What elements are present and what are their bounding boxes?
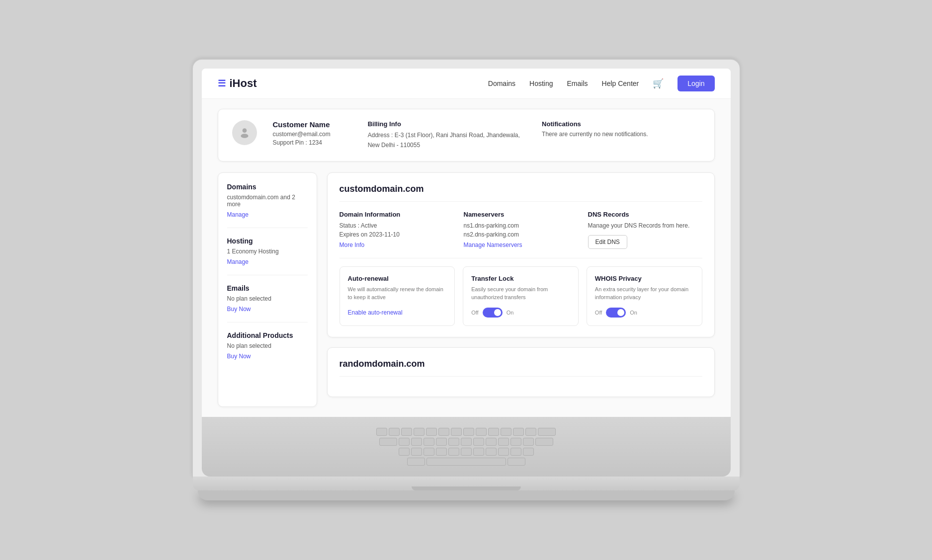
key: [448, 438, 459, 446]
main-content: Customer Name customer@email.com Support…: [202, 99, 731, 416]
domain-content: customdomain.com Domain Information Stat…: [327, 172, 715, 407]
key: [424, 448, 434, 456]
customer-card: Customer Name customer@email.com Support…: [218, 109, 715, 161]
key: [376, 428, 387, 436]
billing-title: Billing Info: [368, 120, 526, 128]
sidebar-additional-label: Additional Products: [227, 331, 308, 339]
domain1-features: Auto-renewal We will automatically renew…: [339, 258, 702, 326]
key: [399, 438, 410, 446]
domain1-status: Status : Active: [339, 222, 454, 229]
sidebar-hosting: Hosting 1 Economy Hosting Manage: [227, 237, 308, 275]
key: [424, 438, 434, 446]
sidebar-hosting-manage[interactable]: Manage: [227, 258, 249, 265]
auto-renewal-card: Auto-renewal We will automatically renew…: [339, 266, 455, 326]
key: [407, 458, 425, 466]
sidebar-emails: Emails No plan selected Buy Now: [227, 284, 308, 322]
customer-info: Customer Name customer@email.com Support…: [273, 120, 352, 146]
logo: ☰ iHost: [218, 77, 257, 90]
key: [414, 428, 424, 436]
key: [411, 448, 422, 456]
transfer-lock-card: Transfer Lock Easily secure your domain …: [463, 266, 579, 326]
key: [538, 428, 556, 436]
customer-name: Customer Name: [273, 120, 352, 129]
key: [525, 428, 536, 436]
auto-renewal-title: Auto-renewal: [348, 275, 447, 282]
domain1-info: Domain Information Status : Active Expir…: [339, 211, 454, 249]
notifications-text: There are currently no new notifications…: [542, 131, 700, 138]
key: [411, 438, 422, 446]
key: [523, 438, 534, 446]
whois-toggle-row: Off On: [595, 308, 694, 318]
nameservers-title: Nameservers: [464, 211, 578, 218]
whois-off-label: Off: [595, 310, 602, 316]
key: [488, 428, 499, 436]
sidebar-additional-value: No plan selected: [227, 342, 308, 349]
ns1: ns1.dns-parking.com: [464, 222, 578, 229]
dns-title: DNS Records: [588, 211, 702, 218]
customer-email: customer@email.com: [273, 131, 352, 138]
key: [436, 438, 447, 446]
enable-auto-renewal[interactable]: Enable auto-renewal: [348, 309, 403, 316]
key: [473, 448, 484, 456]
transfer-lock-toggle-row: Off On: [471, 308, 570, 318]
nameservers-col: Nameservers ns1.dns-parking.com ns2.dns-…: [464, 211, 578, 249]
login-button[interactable]: Login: [678, 76, 714, 91]
sidebar-emails-buy[interactable]: Buy Now: [227, 306, 251, 313]
ns2: ns2.dns-parking.com: [464, 231, 578, 238]
space-key: [426, 458, 506, 466]
whois-on-label: On: [630, 310, 637, 316]
key: [510, 438, 521, 446]
sidebar-additional-buy[interactable]: Buy Now: [227, 353, 251, 360]
billing-info: Billing Info Address : E-3 (1st Floor), …: [368, 120, 526, 150]
domain2-name: randomdomain.com: [339, 359, 702, 377]
sidebar-hosting-label: Hosting: [227, 237, 308, 245]
key: [513, 428, 524, 436]
sidebar-emails-label: Emails: [227, 284, 308, 292]
sidebar: Domains customdomain.com and 2 more Mana…: [218, 172, 317, 407]
edit-dns-button[interactable]: Edit DNS: [588, 235, 627, 249]
dashboard-layout: Domains customdomain.com and 2 more Mana…: [218, 172, 715, 407]
key: [399, 448, 410, 456]
nav-links: Domains Hosting Emails Help Center 🛒 Log…: [488, 76, 715, 91]
key: [461, 438, 472, 446]
key: [426, 428, 437, 436]
nav-domains[interactable]: Domains: [488, 80, 515, 87]
key: [436, 448, 447, 456]
notifications-title: Notifications: [542, 120, 700, 128]
notifications: Notifications There are currently no new…: [542, 120, 700, 138]
key: [498, 438, 509, 446]
transfer-lock-off-label: Off: [471, 310, 478, 316]
sidebar-domains-value: customdomain.com and 2 more: [227, 194, 308, 208]
laptop-bottom: [198, 490, 735, 500]
laptop-base: [193, 477, 740, 490]
nav-emails[interactable]: Emails: [567, 80, 588, 87]
manage-nameservers[interactable]: Manage Nameservers: [464, 241, 522, 248]
sidebar-domains-manage[interactable]: Manage: [227, 211, 249, 218]
whois-desc: An extra security layer for your domain …: [595, 285, 694, 302]
domain2-block: randomdomain.com: [327, 347, 715, 397]
navbar: ☰ iHost Domains Hosting Emails Help Cent…: [202, 69, 731, 99]
nav-hosting[interactable]: Hosting: [529, 80, 553, 87]
avatar: [232, 120, 257, 145]
key: [486, 438, 497, 446]
key: [448, 448, 459, 456]
transfer-lock-toggle[interactable]: [483, 308, 503, 318]
keyboard-keys: [222, 428, 711, 466]
domain1-name: customdomain.com: [339, 184, 702, 202]
sidebar-emails-value: No plan selected: [227, 295, 308, 302]
domain1-more-info[interactable]: More Info: [339, 241, 365, 248]
whois-card: WHOIS Privacy An extra security layer fo…: [587, 266, 702, 326]
key: [451, 428, 462, 436]
key: [476, 428, 487, 436]
key: [389, 428, 400, 436]
dns-desc: Manage your DNS Records from here.: [588, 222, 702, 229]
nav-help[interactable]: Help Center: [602, 80, 639, 87]
cart-icon[interactable]: 🛒: [653, 78, 664, 89]
whois-toggle[interactable]: [606, 308, 626, 318]
sidebar-additional: Additional Products No plan selected Buy…: [227, 331, 308, 360]
key: [498, 448, 509, 456]
key: [401, 428, 412, 436]
key: [501, 428, 511, 436]
sidebar-hosting-value: 1 Economy Hosting: [227, 248, 308, 255]
keyboard-area: [202, 417, 731, 477]
